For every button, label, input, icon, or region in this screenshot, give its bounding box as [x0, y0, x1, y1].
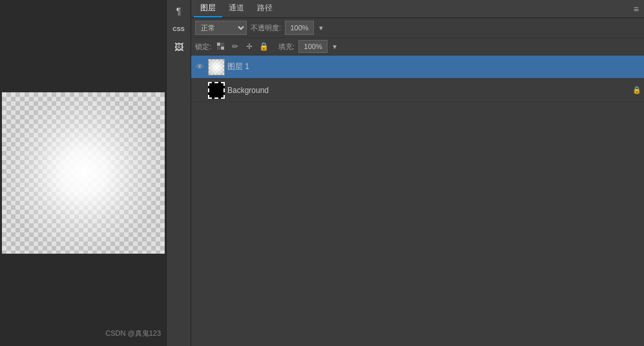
canvas-container: [2, 92, 165, 254]
lock-icons: ✏ ✛ 🔒: [215, 41, 269, 52]
layers-list: 👁 图层 1 👁 Background 🔒: [191, 56, 644, 346]
svg-rect-1: [221, 46, 224, 50]
lock-row: 锁定: ✏ ✛ 🔒 填充: ▼: [191, 38, 644, 56]
svg-rect-2: [221, 43, 224, 46]
svg-rect-0: [217, 43, 220, 46]
lock-position-btn[interactable]: ✛: [244, 41, 255, 52]
layer1-thumb: [208, 59, 225, 76]
paragraph-icon: ¶: [176, 6, 182, 16]
lock-all-btn[interactable]: 🔒: [258, 41, 269, 52]
fill-dropdown-arrow[interactable]: ▼: [331, 43, 338, 50]
layer1-name: 图层 1: [227, 61, 641, 72]
lock-label: 锁定:: [195, 42, 211, 52]
background-thumb: [208, 82, 225, 99]
tab-channels[interactable]: 通道: [222, 0, 251, 17]
blend-mode-select[interactable]: 正常 溶解 正片叠底: [195, 21, 247, 35]
layer-item-background[interactable]: 👁 Background 🔒: [191, 79, 644, 102]
watermark: CSDN @真鬼123: [105, 329, 161, 338]
opacity-label: 不透明度:: [251, 23, 281, 33]
svg-rect-3: [217, 46, 220, 50]
panel-tabs: 图层 通道 路径 ≡: [191, 0, 644, 18]
layer1-visibility-btn[interactable]: 👁: [194, 61, 205, 73]
panels-area: 图层 通道 路径 ≡ 正常 溶解 正片叠底 不透明度: ▼ 锁定:: [191, 0, 644, 346]
image-icon-btn[interactable]: 🖼: [169, 39, 189, 56]
opacity-input[interactable]: [285, 21, 314, 35]
blend-row: 正常 溶解 正片叠底 不透明度: ▼: [191, 18, 644, 38]
background-lock-icon: 🔒: [632, 86, 641, 95]
tab-paths[interactable]: 路径: [251, 0, 279, 17]
lock-image-btn[interactable]: ✏: [229, 41, 241, 52]
lock-transparent-btn[interactable]: [215, 41, 227, 52]
css-icon: CSS: [172, 26, 185, 32]
panel-menu-btn[interactable]: ≡: [631, 3, 641, 15]
paragraph-icon-btn[interactable]: ¶: [169, 3, 189, 19]
background-name: Background: [227, 86, 630, 95]
fill-input[interactable]: [298, 40, 327, 53]
image-icon: 🖼: [174, 42, 183, 52]
layer-item-layer1[interactable]: 👁 图层 1: [191, 56, 644, 79]
background-visibility-btn[interactable]: 👁: [194, 85, 205, 96]
canvas-glow: [2, 92, 165, 254]
css-icon-btn[interactable]: CSS: [169, 21, 189, 37]
opacity-dropdown-arrow[interactable]: ▼: [318, 25, 324, 32]
tab-layers[interactable]: 图层: [194, 0, 222, 17]
right-toolbar: ¶ CSS 🖼 图层 通道 路径 ≡ 正常 溶解 正片叠底 不透明度: ▼: [166, 0, 644, 346]
icon-strip: ¶ CSS 🖼: [166, 0, 191, 346]
canvas-area: CSDN @真鬼123: [0, 0, 166, 346]
fill-label: 填充:: [278, 42, 295, 52]
